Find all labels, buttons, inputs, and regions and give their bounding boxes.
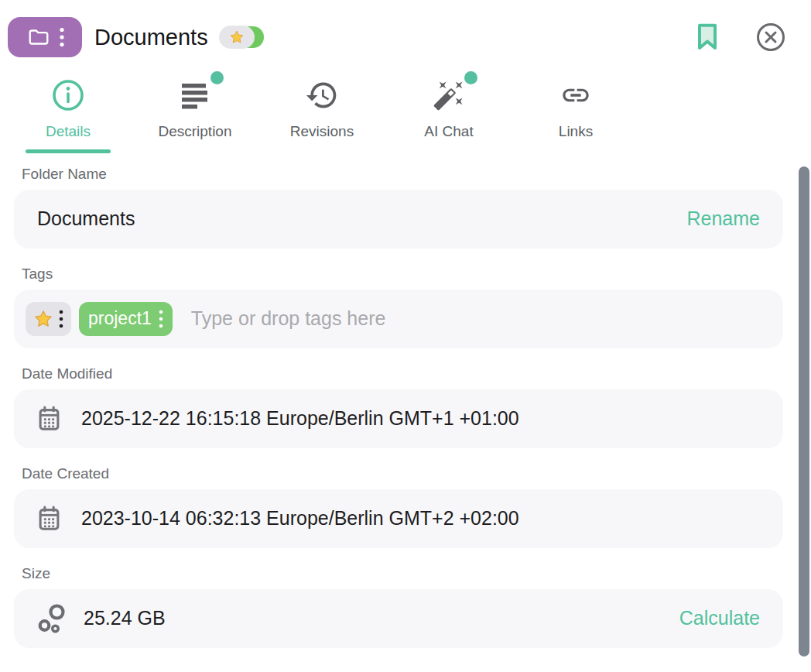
active-tab-underline [26,149,111,153]
star-icon [229,29,245,45]
star-tag-pill [219,26,255,49]
date-modified-label: Date Modified [22,365,811,382]
date-modified-value: 2025-12-22 16:15:18 Europe/Berlin GMT+1 … [81,407,519,430]
tags-label: Tags [22,266,811,283]
star-icon [33,309,53,329]
date-created-value: 2023-10-14 06:32:13 Europe/Berlin GMT+2 … [81,507,519,530]
folder-name-section: Folder Name Documents Rename [0,166,811,249]
tab-details[interactable]: Details [26,73,111,153]
folder-name-value: Documents [37,207,135,230]
rename-button[interactable]: Rename [687,207,761,230]
notification-dot [210,71,224,84]
date-created-section: Date Created 2023-10-14 06:32:13 Europe/… [0,465,811,548]
tab-label: Revisions [290,123,354,140]
folder-name-label: Folder Name [22,166,811,183]
tags-input[interactable] [191,307,772,330]
calculate-button[interactable]: Calculate [679,607,760,629]
tag-text: project1 [88,308,152,329]
size-section: Size 25.24 GB Calculate [0,565,811,648]
tags-field[interactable]: project1 [14,290,783,348]
text-lines-icon [152,73,238,118]
title-tags-badge[interactable] [219,26,264,49]
date-created-label: Date Created [22,465,811,482]
info-icon [26,73,111,118]
tab-label: Details [46,123,91,140]
page-title: Documents [94,25,208,50]
details-panel: Folder Name Documents Rename Tags projec… [0,166,811,648]
tag-menu-icon[interactable] [59,310,63,328]
tab-description[interactable]: Description [152,73,238,153]
tab-label: Links [559,123,593,140]
tab-ai-chat[interactable]: AI Chat [406,73,491,153]
date-modified-section: Date Modified 2025-12-22 16:15:18 Europe… [0,365,811,448]
folder-icon [26,26,52,49]
close-button[interactable] [755,22,786,53]
magic-wand-icon [406,73,491,118]
kebab-menu-icon [60,27,64,47]
panel-header: Documents [0,0,811,57]
size-value: 25.24 GB [84,607,166,629]
bookmark-icon [695,22,720,52]
size-label: Size [22,565,811,582]
link-icon [533,73,618,118]
close-icon [755,22,786,53]
tags-section: Tags project1 [0,266,811,348]
notification-dot [464,71,477,84]
tag-menu-icon[interactable] [159,310,163,328]
date-modified-field: 2025-12-22 16:15:18 Europe/Berlin GMT+1 … [14,389,783,448]
tab-label: AI Chat [424,123,473,140]
folder-menu-button[interactable] [8,17,82,57]
scrollbar-thumb[interactable] [799,166,809,657]
date-created-field: 2023-10-14 06:32:13 Europe/Berlin GMT+2 … [14,489,783,548]
history-icon [279,73,364,118]
tab-links[interactable]: Links [533,73,618,153]
tab-label: Description [158,123,231,140]
tab-bar: Details Description Revisions [0,73,811,153]
size-circles-icon [37,603,68,634]
folder-name-field: Documents Rename [14,190,783,249]
bookmark-button[interactable] [695,22,720,52]
size-field: 25.24 GB Calculate [14,589,783,648]
tab-revisions[interactable]: Revisions [279,73,364,153]
calendar-icon [37,506,61,532]
calendar-icon [37,406,61,432]
project1-tag[interactable]: project1 [79,302,173,336]
star-tag[interactable] [26,302,71,336]
